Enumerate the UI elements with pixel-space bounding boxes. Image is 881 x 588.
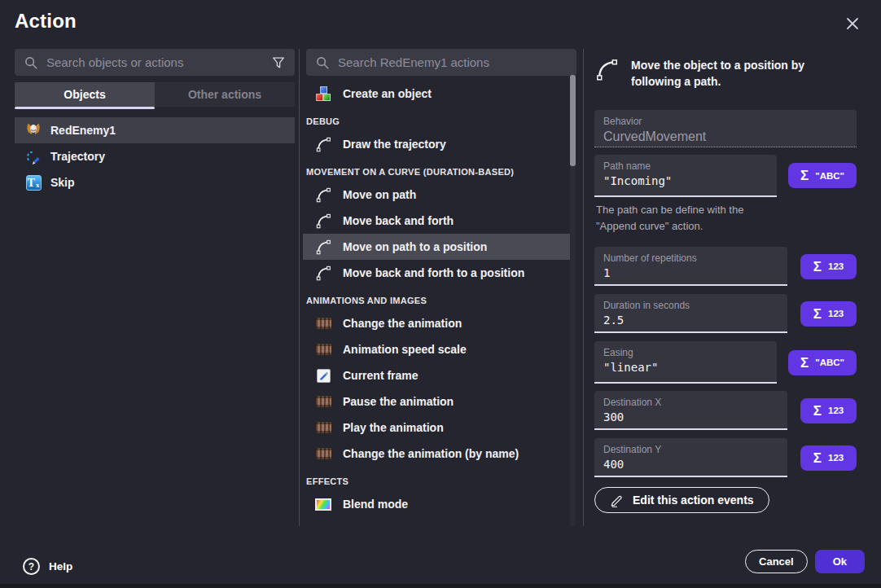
search-icon	[23, 55, 39, 71]
tab-objects[interactable]: Objects	[15, 82, 155, 107]
behavior-label: Behavior	[603, 116, 848, 127]
red-enemy-icon	[25, 122, 42, 138]
action-row-move-on-path-to-position[interactable]: Move on path to a position	[303, 234, 575, 260]
panel-divider-left	[299, 49, 300, 526]
cubes-icon	[315, 86, 331, 102]
panel-divider-right	[583, 49, 584, 526]
easing-expression-button[interactable]: Σ "ABC"	[788, 350, 857, 375]
close-icon[interactable]	[842, 13, 863, 34]
section-header-debug: DEBUG	[303, 115, 575, 128]
edit-action-events-button[interactable]: Edit this action events	[594, 487, 769, 513]
action-row-move-back-forth[interactable]: Move back and forth	[303, 208, 575, 234]
film-icon	[315, 315, 331, 331]
duration-field[interactable]: Duration in seconds 2.5	[594, 294, 787, 333]
section-header-movement: MOVEMENT ON A CURVE (DURATION-BASED)	[303, 165, 575, 178]
action-row-play-animation[interactable]: Play the animation	[303, 415, 575, 441]
filter-icon[interactable]	[270, 55, 287, 71]
film-icon	[315, 341, 331, 358]
action-row-create-object[interactable]: Create an object	[303, 81, 575, 107]
destination-x-field[interactable]: Destination X 300	[594, 391, 787, 430]
action-row-animation-speed-scale[interactable]: Animation speed scale	[303, 336, 575, 362]
text-object-icon: Tx	[25, 174, 42, 191]
action-row-current-frame[interactable]: Current frame	[303, 362, 575, 388]
objects-search-input[interactable]	[46, 55, 263, 69]
actions-scrollbar-thumb[interactable]	[570, 75, 576, 166]
search-icon	[314, 55, 331, 71]
curve-icon	[315, 186, 331, 203]
action-list: Create an object DEBUG Draw the trajecto…	[303, 79, 575, 517]
sigma-icon: Σ	[813, 404, 822, 418]
sigma-icon: Σ	[813, 260, 822, 274]
repetitions-expression-button[interactable]: Σ 123	[800, 254, 857, 279]
sigma-icon: Σ	[813, 451, 822, 465]
action-parameters-panel: Move the object to a position by followi…	[594, 49, 857, 513]
film-icon	[315, 445, 331, 462]
action-row-blend-mode[interactable]: Blend mode	[303, 491, 575, 517]
object-tabs: Objects Other actions	[15, 82, 295, 109]
section-header-effects: EFFECTS	[303, 475, 575, 488]
duration-expression-button[interactable]: Σ 123	[800, 301, 857, 327]
destination-y-field[interactable]: Destination Y 400	[594, 438, 787, 477]
action-description: Move the object to a position by followi…	[594, 57, 857, 90]
action-row-pause-animation[interactable]: Pause the animation	[303, 388, 575, 415]
tab-other-actions[interactable]: Other actions	[155, 82, 295, 107]
object-row-redenemy1[interactable]: RedEnemy1	[15, 117, 295, 143]
ok-button[interactable]: Ok	[815, 550, 865, 573]
object-list: RedEnemy1 Trajectory Tx Skip	[15, 117, 295, 195]
window-bottom-edge	[0, 584, 881, 588]
repetitions-field[interactable]: Number of repetitions 1	[594, 247, 787, 286]
footer-actions: Cancel Ok	[745, 550, 865, 573]
action-description-text: Move the object to a position by followi…	[631, 57, 857, 90]
section-header-animations: ANIMATIONS AND IMAGES	[303, 294, 575, 307]
sigma-icon: Σ	[813, 307, 822, 321]
behavior-field: Behavior CurvedMovement	[594, 110, 857, 147]
trajectory-icon	[25, 148, 42, 165]
cancel-button[interactable]: Cancel	[745, 550, 808, 573]
action-row-change-animation[interactable]: Change the animation	[303, 310, 575, 336]
film-icon	[315, 419, 331, 436]
object-row-skip[interactable]: Tx Skip	[15, 169, 295, 195]
tab-active-underline	[15, 107, 155, 109]
path-name-field[interactable]: Path name "Incoming"	[594, 155, 777, 197]
actions-scrollbar[interactable]	[570, 79, 576, 526]
help-button[interactable]: ? Help	[23, 558, 72, 575]
actions-search[interactable]	[306, 49, 576, 76]
film-icon	[315, 393, 331, 410]
behavior-value: CurvedMovement	[603, 129, 848, 144]
action-row-move-back-forth-to-position[interactable]: Move back and forth to a position	[303, 260, 575, 286]
object-row-trajectory[interactable]: Trajectory	[15, 143, 295, 169]
sigma-icon: Σ	[800, 356, 809, 370]
path-name-helper-text: The path can be define with the "Append …	[596, 202, 767, 236]
dialog-title: Action	[15, 10, 77, 33]
destination-x-expression-button[interactable]: Σ 123	[800, 398, 857, 423]
action-row-change-animation-by-name[interactable]: Change the animation (by name)	[303, 441, 575, 467]
help-icon: ?	[23, 558, 40, 575]
path-name-expression-button[interactable]: Σ "ABC"	[788, 163, 857, 188]
sigma-icon: Σ	[800, 169, 809, 182]
curve-icon	[315, 213, 331, 229]
easing-field[interactable]: Easing "linear"	[594, 341, 777, 384]
curve-icon	[594, 57, 619, 90]
curve-icon	[315, 136, 331, 152]
destination-y-expression-button[interactable]: Σ 123	[800, 445, 857, 471]
curve-icon	[315, 265, 331, 281]
action-dialog: Action Objects Other actions	[0, 0, 881, 588]
curve-icon	[315, 239, 331, 255]
action-row-draw-trajectory[interactable]: Draw the trajectory	[303, 131, 575, 157]
frame-icon	[315, 367, 331, 384]
objects-search[interactable]	[15, 49, 295, 76]
action-row-move-on-path[interactable]: Move on path	[303, 182, 575, 208]
pen-icon	[610, 494, 624, 507]
actions-search-input[interactable]	[338, 55, 568, 69]
blend-mode-icon	[315, 496, 331, 512]
